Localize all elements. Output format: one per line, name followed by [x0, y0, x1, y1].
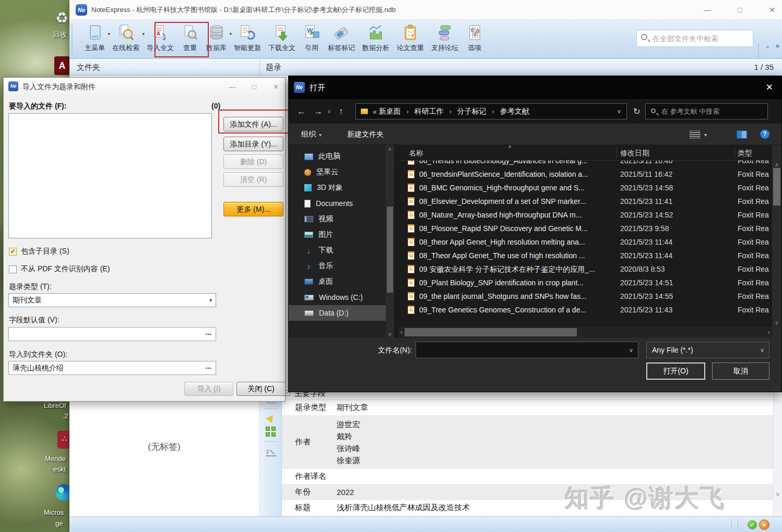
column-name[interactable]: 名称 — [409, 145, 423, 161]
breadcrumb-item[interactable]: 参考文献 — [499, 107, 530, 116]
scroll-right-icon[interactable]: › — [768, 327, 770, 338]
breadcrumb-item[interactable]: 科研工作 — [413, 107, 445, 116]
folders-panel-header[interactable]: 文件夹 — [77, 59, 100, 76]
status-ok-icon[interactable]: ✓ — [748, 520, 757, 529]
details-scrollbar[interactable]: ∧ ∨ — [773, 386, 782, 517]
up-button[interactable]: ↑ — [339, 99, 343, 124]
file-row[interactable]: G 09 安徽农业科学 分子标记技术在种子鉴定中的应用_... 2020/8/3… — [398, 262, 772, 276]
column-date[interactable]: 修改日期 — [620, 145, 649, 161]
toolbar-options[interactable]: 选项 — [462, 22, 487, 55]
recycle-bin-icon[interactable]: ♻ — [55, 9, 71, 28]
file-row[interactable]: G 09_the plant journal_Shotguns and SNPs… — [398, 289, 772, 303]
adobe-acrobat-icon[interactable]: A — [54, 56, 70, 75]
search-input[interactable] — [653, 30, 749, 46]
sidebar-scrollbar[interactable]: ∧ ∨ — [386, 145, 394, 338]
filename-input[interactable]: ∨ — [416, 342, 638, 358]
recent-locations-icon[interactable]: ∨ — [327, 99, 331, 124]
breadcrumb-item[interactable]: 分子标记 — [456, 107, 488, 116]
chevron-down-icon[interactable]: ∨ — [617, 108, 626, 115]
recycle-bin-label[interactable]: 回收 — [53, 30, 67, 40]
libreoffice-label[interactable]: LibreOf — [44, 402, 66, 409]
sidebar-item-windows-c[interactable]: Windows (C:) — [289, 289, 386, 305]
close-button[interactable]: ✕ — [767, 6, 777, 14]
sidebar-item-3d-objects[interactable]: 3D 对象 — [289, 180, 386, 196]
scrollbar-thumb[interactable] — [405, 328, 577, 336]
import-folder-input[interactable]: 薄壳山核桃介绍 ... — [8, 361, 216, 375]
chevron-down-icon[interactable]: ∨ — [760, 342, 764, 358]
sidebar-item-this-pc[interactable]: 此电脑 — [289, 149, 386, 164]
sidebar-item-data-d[interactable]: Data (D:) — [289, 305, 386, 321]
new-folder-button[interactable]: 新建文件夹 — [347, 124, 384, 145]
no-pdf-recognition-checkbox-row[interactable]: 不从 PDF 文件识别内容 (E) — [9, 264, 110, 274]
toolbar-support-forum[interactable]: 支持论坛 — [428, 22, 462, 55]
checked-checkbox-icon[interactable]: ✓ — [9, 248, 17, 256]
include-subdir-checkbox-row[interactable]: ✓ 包含子目录 (S) — [9, 247, 69, 256]
scroll-up-icon[interactable]: ∧ — [386, 146, 394, 152]
organize-menu[interactable]: 组织▾ — [301, 124, 322, 146]
minimize-button[interactable]: — — [229, 83, 235, 91]
libreoffice-label-2[interactable]: .2 — [63, 412, 68, 420]
folder-search-box[interactable] — [645, 103, 768, 119]
file-row[interactable]: G 08_Elsevier_Development of a set of SN… — [398, 195, 772, 208]
file-list-vertical-scrollbar[interactable]: ∧ ∨ — [772, 145, 781, 338]
stats-icon[interactable] — [266, 447, 276, 456]
edge-label-2[interactable]: ge — [55, 519, 63, 527]
chevron-down-icon[interactable]: ▾ — [209, 294, 212, 307]
toolbar-paper-check[interactable]: ✓✗ 论文查重 — [393, 22, 428, 55]
file-row[interactable]: G 08_Nature_Array-based high-throughput … — [398, 208, 772, 222]
scrollbar-thumb[interactable] — [387, 207, 393, 293]
breadcrumb[interactable]: « 新桌面 › 科研工作 › 分子标记 › 参考文献 ∨ — [356, 103, 627, 119]
clear-button[interactable]: 清空 (R) — [223, 172, 283, 187]
file-row[interactable]: G 08_theor Appl Genet_High resolution me… — [398, 235, 772, 249]
delete-button[interactable]: 删除 (D) — [223, 154, 283, 169]
status-stop-icon[interactable]: ■ — [759, 519, 769, 530]
file-row[interactable]: G 08_Theor Appl Genet_The use of high re… — [398, 249, 772, 262]
view-mode-caret-icon[interactable]: ▾ — [704, 132, 707, 138]
file-row[interactable]: G 08_BMC Genomics_High-throughput gene a… — [398, 181, 772, 195]
sidebar-item-videos[interactable]: 视频 — [289, 211, 386, 227]
maximize-button[interactable]: □ — [252, 83, 256, 91]
toolbar-data-analysis[interactable]: 数据分析 — [359, 22, 393, 55]
scroll-up-icon[interactable]: ∧ — [772, 162, 781, 167]
add-directory-button[interactable]: 添加目录 (Y)... — [223, 137, 283, 151]
close-icon[interactable]: ✕ — [766, 76, 773, 99]
file-row[interactable]: G 06_trendsinPlantScience_Identification… — [398, 167, 772, 181]
unchecked-checkbox-icon[interactable] — [9, 265, 17, 273]
global-search-box[interactable] — [636, 30, 753, 47]
toolbar-overflow-icon[interactable]: » — [766, 43, 768, 50]
import-button[interactable]: 导入 (I) — [184, 382, 233, 396]
import-file-list[interactable] — [8, 113, 212, 238]
scroll-down-icon[interactable]: ∨ — [774, 491, 782, 497]
scroll-left-icon[interactable]: ‹ — [400, 327, 402, 338]
sidebar-item-downloads[interactable]: ↓下载 — [289, 243, 386, 258]
sort-ascending-icon[interactable]: ∧ — [508, 143, 512, 149]
toolbar-download-fulltext[interactable]: 下载全文 — [265, 22, 299, 55]
file-row[interactable]: G 08_Plosone_Rapid SNP Discovery and Gen… — [398, 222, 772, 235]
record-type-select[interactable]: 期刊文章 ▾ — [8, 293, 216, 307]
sidebar-item-nutstore[interactable]: 坚果云 — [289, 164, 386, 180]
browse-button[interactable]: ... — [205, 360, 211, 373]
field-row-authors[interactable]: 作者 游世宏 戴羚 张诗峰 徐奎源 — [282, 416, 773, 469]
browse-button[interactable]: ... — [205, 326, 211, 339]
toolbar-tag-mark[interactable]: 标签标记 — [324, 22, 359, 55]
grid-icon[interactable] — [266, 427, 276, 436]
more-button[interactable]: 更多 (M)... — [223, 202, 283, 216]
field-row-type[interactable]: 题录类型 期刊文章 — [282, 400, 773, 416]
toolbar-cite[interactable]: W 引用 — [299, 22, 324, 55]
sidebar-item-desktop[interactable]: 桌面 — [289, 274, 386, 289]
scroll-down-icon[interactable]: ∨ — [772, 320, 781, 325]
dialog-title-bar[interactable]: Ne 导入文件为题录和附件 — □ ✕ — [4, 78, 285, 95]
chevron-down-icon[interactable]: ∨ — [629, 342, 633, 358]
edge-label[interactable]: Micros — [44, 509, 64, 516]
sidebar-item-documents[interactable]: Documents — [289, 196, 386, 211]
cancel-button[interactable]: 取消 — [712, 362, 769, 380]
open-button[interactable]: 打开(O) — [646, 362, 705, 380]
mendeley-label[interactable]: Mende — [45, 455, 66, 463]
toolbar-main-menu[interactable]: ▾ 主菜单 — [81, 22, 109, 55]
breadcrumb-item[interactable]: 新桌面 — [378, 107, 402, 116]
toolbar-smart-update[interactable]: 智能更新 — [230, 22, 265, 55]
file-row[interactable]: G 09_Tree Genetics Genomes_Construction … — [398, 303, 772, 317]
help-icon[interactable]: ? — [760, 129, 769, 139]
preview-pane-icon[interactable] — [737, 130, 747, 139]
mendeley-label-2[interactable]: eskt — [53, 465, 66, 473]
